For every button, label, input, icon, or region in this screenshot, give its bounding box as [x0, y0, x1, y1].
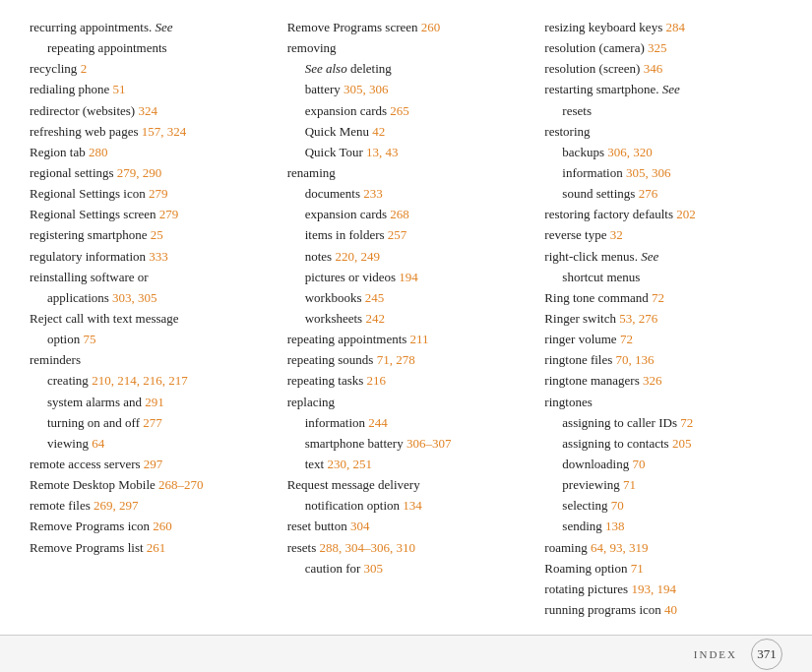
entry-text: Ringer switch [544, 311, 619, 326]
entry-link[interactable]: 324 [138, 103, 157, 118]
entry-link[interactable]: 305, 306 [344, 82, 389, 96]
entry-link[interactable]: 305 [364, 561, 384, 576]
entry-link[interactable]: 205 [672, 436, 692, 451]
index-entry: notification option 134 [287, 496, 526, 516]
entry-text: roaming [544, 540, 591, 555]
entry-link[interactable]: 260 [421, 20, 441, 34]
entry-link[interactable]: 261 [147, 540, 166, 555]
entry-link[interactable]: 32 [610, 227, 623, 242]
entry-link[interactable]: 242 [365, 311, 385, 326]
entry-link[interactable]: 70 [611, 498, 624, 513]
entry-link[interactable]: 265 [390, 103, 409, 118]
entry-link[interactable]: 284 [665, 20, 685, 34]
index-entry: restarting smartphone. See [544, 80, 782, 99]
entry-link[interactable]: 70 [632, 457, 645, 471]
entry-link[interactable]: 333 [149, 249, 168, 264]
entry-link[interactable]: 304 [350, 519, 370, 533]
entry-link[interactable]: 72 [680, 415, 693, 430]
entry-link[interactable]: 244 [368, 415, 388, 430]
entry-link[interactable]: 268–270 [158, 477, 204, 492]
entry-link[interactable]: 71, 278 [377, 352, 415, 367]
entry-link[interactable]: 257 [388, 227, 407, 242]
entry-text: restarting smartphone. [544, 82, 662, 96]
entry-text: renaming [287, 165, 336, 180]
entry-link[interactable]: 40 [664, 602, 677, 617]
entry-text: repeating appointments [287, 332, 410, 346]
entry-link[interactable]: 72 [652, 290, 664, 305]
entry-link[interactable]: 53, 276 [619, 311, 657, 326]
entry-link[interactable]: 157, 324 [142, 124, 187, 139]
entry-link[interactable]: 288, 304–306, 310 [320, 540, 416, 555]
entry-text: text [305, 457, 328, 471]
index-entry: reverse type 32 [544, 225, 782, 245]
entry-link[interactable]: 134 [403, 498, 422, 513]
entry-link[interactable]: 326 [643, 373, 662, 388]
entry-text: Remove Programs icon [30, 519, 153, 533]
entry-text: pictures or videos [305, 270, 400, 284]
entry-link[interactable]: 51 [112, 82, 125, 96]
entry-link[interactable]: 297 [144, 457, 163, 471]
index-entry: documents 233 [287, 184, 526, 204]
index-entry: resolution (camera) 325 [544, 38, 782, 58]
entry-link[interactable]: 71 [623, 477, 636, 492]
entry-link[interactable]: 277 [143, 415, 162, 430]
entry-link[interactable]: 260 [153, 519, 172, 533]
index-entry: rotating pictures 193, 194 [544, 580, 782, 599]
entry-link[interactable]: 70, 136 [616, 352, 655, 367]
entry-link[interactable]: 306, 320 [607, 145, 653, 159]
entry-text: rotating pictures [544, 581, 631, 596]
entry-link[interactable]: 211 [410, 332, 429, 346]
entry-link[interactable]: 75 [83, 332, 95, 346]
entry-link[interactable]: 280 [89, 145, 108, 159]
entry-text: remote files [30, 498, 94, 513]
footer-index-label: INDEX [694, 648, 737, 660]
entry-link[interactable]: 268 [390, 207, 409, 221]
entry-text: Remove Programs screen [287, 20, 421, 34]
entry-text: registering smartphone [30, 227, 151, 242]
see-italic: See [641, 249, 658, 264]
entry-link[interactable]: 138 [605, 519, 625, 533]
entry-link[interactable]: 42 [372, 124, 385, 139]
entry-link[interactable]: 276 [639, 186, 658, 201]
entry-link[interactable]: 25 [151, 227, 163, 242]
index-entry: Regional Settings screen 279 [30, 205, 268, 224]
entry-link[interactable]: 64, 93, 319 [591, 540, 649, 555]
entry-link[interactable]: 72 [620, 332, 633, 346]
entry-link[interactable]: 230, 251 [327, 457, 372, 471]
entry-link[interactable]: 291 [145, 395, 164, 409]
entry-text: workbooks [305, 290, 365, 305]
entry-link[interactable]: 306–307 [406, 436, 452, 451]
entry-link[interactable]: 202 [676, 207, 696, 221]
entry-link[interactable]: 64 [92, 436, 104, 451]
entry-link[interactable]: 269, 297 [94, 498, 139, 513]
entry-link[interactable]: 346 [644, 61, 663, 76]
index-entry: remote access servers 297 [30, 455, 268, 474]
index-entry: redialing phone 51 [30, 80, 268, 99]
entry-link[interactable]: 210, 214, 216, 217 [92, 373, 188, 388]
entry-link[interactable]: 245 [365, 290, 385, 305]
index-entry: repeating tasks 216 [287, 371, 526, 391]
index-entry: resets [544, 101, 782, 121]
entry-link[interactable]: 233 [363, 186, 383, 201]
entry-link[interactable]: 13, 43 [366, 145, 399, 159]
entry-text: option [47, 332, 83, 346]
entry-link[interactable]: 194 [399, 270, 418, 284]
entry-link[interactable]: 2 [81, 61, 88, 76]
entry-text: repeating appointments [47, 40, 167, 55]
entry-link[interactable]: 325 [648, 40, 667, 55]
entry-text: ringtone files [544, 352, 615, 367]
entry-link[interactable]: 279 [149, 186, 168, 201]
index-entry: regulatory information 333 [30, 247, 268, 267]
entry-link[interactable]: 220, 249 [335, 249, 380, 264]
entry-link[interactable]: 305, 306 [626, 165, 671, 180]
entry-link[interactable]: 193, 194 [631, 581, 676, 596]
entry-text: notes [305, 249, 336, 264]
entry-text: redialing phone [30, 82, 112, 96]
entry-link[interactable]: 216 [367, 373, 387, 388]
index-entry: Roaming option 71 [544, 559, 782, 579]
entry-link[interactable]: 71 [631, 561, 644, 576]
entry-link[interactable]: 279 [159, 207, 179, 221]
entry-link[interactable]: 279, 290 [117, 165, 162, 180]
index-entry: selecting 70 [544, 496, 782, 516]
entry-link[interactable]: 303, 305 [112, 290, 157, 305]
